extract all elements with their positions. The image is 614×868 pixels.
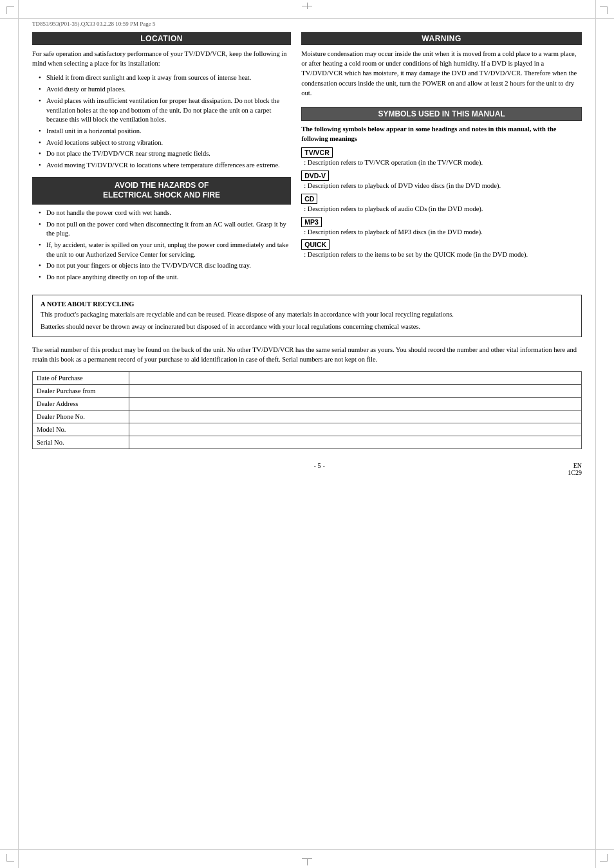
recycling-section: A NOTE ABOUT RECYCLING This product's pa… [32, 295, 582, 337]
symbol-mp3: MP3 : Description refers to playback of … [301, 217, 582, 237]
left-column: LOCATION For safe operation and satisfac… [32, 32, 291, 284]
warning-body: Moisture condensation may occur inside t… [301, 49, 582, 98]
serial-note: The serial number of this product may be… [32, 345, 582, 364]
symbol-dvdv: DVD-V : Description refers to playback o… [301, 171, 582, 191]
location-bullets: Shield it from direct sunlight and keep … [32, 73, 291, 170]
table-row: Dealer Purchase from [33, 384, 582, 397]
symbol-tag-mp3: MP3 [301, 217, 322, 227]
symbol-desc-quick: : Description refers to the items to be … [301, 251, 528, 258]
hazard-bullet-1: Do not handle the power cord with wet ha… [39, 208, 291, 218]
record-label: Dealer Address [33, 397, 129, 410]
symbol-desc-dvdv: : Description refers to playback of DVD … [301, 182, 501, 189]
table-row: Dealer Address [33, 397, 582, 410]
footer-page-number: - 5 - [71, 462, 568, 469]
symbol-quick: QUICK : Description refers to the items … [301, 239, 582, 260]
footer-right: EN 1C29 [568, 462, 582, 476]
bottom-crosshair [302, 858, 312, 865]
record-label: Serial No. [33, 436, 129, 448]
right-column: WARNING Moisture condensation may occur … [301, 32, 582, 284]
location-bullet-5: Avoid locations subject to strong vibrat… [39, 138, 291, 148]
symbol-desc-tvvcr: : Description refers to TV/VCR operation… [301, 159, 483, 166]
symbols-intro: The following symbols below appear in so… [301, 125, 582, 143]
location-intro: For safe operation and satisfactory perf… [32, 49, 291, 68]
record-label: Dealer Phone No. [33, 410, 129, 423]
record-value [129, 371, 582, 384]
symbol-desc-cd: : Description refers to playback of audi… [301, 205, 483, 212]
main-two-columns: LOCATION For safe operation and satisfac… [32, 32, 582, 284]
symbol-tvvcr: TV/VCR : Description refers to TV/VCR op… [301, 147, 582, 168]
table-row: Model No. [33, 423, 582, 436]
record-label: Date of Purchase [33, 371, 129, 384]
record-table: Date of PurchaseDealer Purchase fromDeal… [32, 371, 582, 449]
page-footer: - 5 - EN 1C29 [32, 462, 582, 476]
top-crosshair [302, 3, 312, 6]
table-row: Dealer Phone No. [33, 410, 582, 423]
record-value [129, 397, 582, 410]
recycling-body1: This product's packaging materials are r… [41, 309, 573, 319]
hazard-bullets: Do not handle the power cord with wet ha… [32, 208, 291, 282]
symbol-tag-cd: CD [301, 194, 317, 204]
footer-code: 1C29 [568, 469, 582, 476]
symbol-cd: CD : Description refers to playback of a… [301, 194, 582, 214]
record-value [129, 436, 582, 448]
record-value [129, 384, 582, 397]
location-bullet-6: Do not place the TV/DVD/VCR near strong … [39, 149, 291, 159]
page-header-info: TD853/953(P01-35).QX33 03.2.28 10:59 PM … [32, 19, 582, 27]
symbol-tag-dvdv: DVD-V [301, 171, 329, 181]
symbol-desc-mp3: : Description refers to playback of MP3 … [301, 228, 483, 235]
table-row: Serial No. [33, 436, 582, 448]
hazard-bullet-3: If, by accident, water is spilled on you… [39, 241, 291, 259]
record-value [129, 410, 582, 423]
record-label: Dealer Purchase from [33, 384, 129, 397]
warning-title: WARNING [301, 32, 582, 45]
location-bullet-3: Avoid places with insufficient ventilati… [39, 97, 291, 125]
symbols-title: SYMBOLS USED IN THIS MANUAL [301, 107, 582, 121]
location-title: LOCATION [32, 32, 291, 45]
recycling-body2: Batteries should never be thrown away or… [41, 322, 573, 331]
location-bullet-1: Shield it from direct sunlight and keep … [39, 73, 291, 83]
table-row: Date of Purchase [33, 371, 582, 384]
symbols-section: SYMBOLS USED IN THIS MANUAL The followin… [301, 107, 582, 260]
footer-lang: EN [568, 462, 582, 469]
recycling-title: A NOTE ABOUT RECYCLING [41, 300, 573, 308]
hazard-bullet-4: Do not put your fingers or objects into … [39, 261, 291, 271]
symbol-tag-tvvcr: TV/VCR [301, 147, 333, 158]
symbol-tag-quick: QUICK [301, 239, 330, 250]
hazard-title: AVOID THE HAZARDS OF ELECTRICAL SHOCK AN… [32, 177, 291, 205]
record-label: Model No. [33, 423, 129, 436]
location-bullet-7: Avoid moving TV/DVD/VCR to locations whe… [39, 161, 291, 171]
record-value [129, 423, 582, 436]
location-bullet-4: Install unit in a horizontal position. [39, 127, 291, 136]
hazard-bullet-5: Do not place anything directly on top of… [39, 273, 291, 282]
location-bullet-2: Avoid dusty or humid places. [39, 85, 291, 95]
hazard-bullet-2: Do not pull on the power cord when disco… [39, 220, 291, 239]
